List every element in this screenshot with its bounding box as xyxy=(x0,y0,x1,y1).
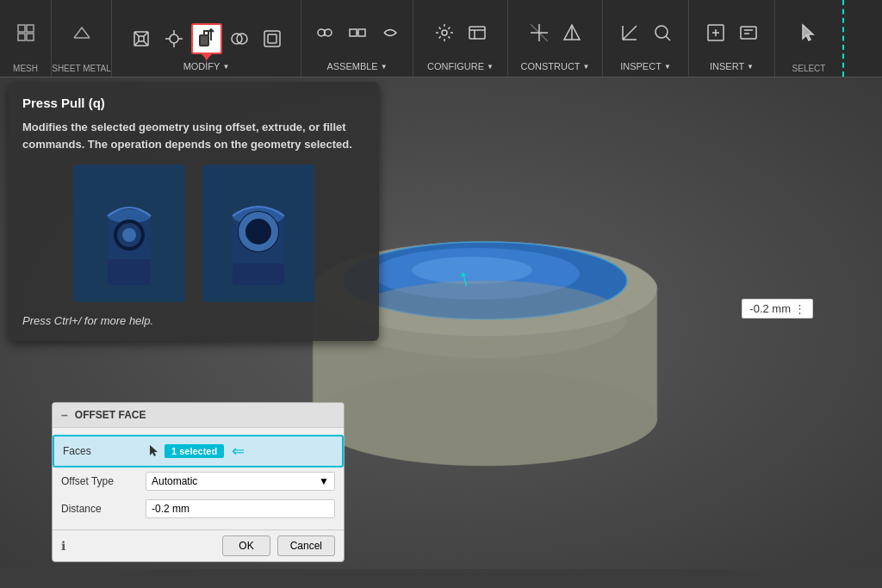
distance-field xyxy=(146,499,335,518)
construct-dropdown-arrow: ▼ xyxy=(583,63,590,71)
tooltip-panel: Press Pull (q) Modifies the selected geo… xyxy=(9,82,379,341)
toolbar-section-select: SELECT xyxy=(775,0,844,77)
tooltip-help: Press Ctrl+/ for more help. xyxy=(22,314,365,327)
svg-line-41 xyxy=(666,36,670,40)
select-icon[interactable] xyxy=(793,17,824,48)
svg-rect-1 xyxy=(27,25,34,32)
svg-point-22 xyxy=(318,29,325,36)
svg-rect-20 xyxy=(264,31,280,46)
insert-icon1[interactable] xyxy=(700,17,731,48)
svg-rect-21 xyxy=(268,34,276,43)
cancel-button[interactable]: Cancel xyxy=(277,535,335,556)
insert-dropdown-arrow: ▼ xyxy=(747,63,754,71)
construct-icon1[interactable] xyxy=(524,17,555,48)
svg-line-37 xyxy=(623,26,637,40)
main-toolbar: MESH SHEET METAL xyxy=(0,0,882,77)
assemble-dropdown[interactable]: ASSEMBLE ▼ xyxy=(320,58,394,75)
faces-field: 1 selected ⇐ xyxy=(147,441,333,461)
svg-rect-63 xyxy=(108,259,151,285)
modify-combine-icon[interactable] xyxy=(224,23,255,54)
svg-rect-29 xyxy=(469,27,485,39)
modify-dropdown[interactable]: MODIFY ▼ xyxy=(177,58,237,75)
tooltip-images xyxy=(22,164,365,302)
toolbar-section-mesh: MESH xyxy=(0,0,52,77)
svg-rect-45 xyxy=(741,27,756,39)
configure-dropdown[interactable]: CONFIGURE ▼ xyxy=(420,58,500,75)
inspect-icon2[interactable] xyxy=(647,17,678,48)
faces-arrow-icon[interactable]: ⇐ xyxy=(227,441,248,461)
svg-point-53 xyxy=(412,257,532,284)
distance-row: Distance xyxy=(53,495,344,523)
faces-selected-badge[interactable]: 1 selected xyxy=(165,444,224,458)
construct-icon2[interactable] xyxy=(556,17,587,48)
measurement-label[interactable]: -0.2 mm ⋮ xyxy=(742,299,813,319)
assemble-motion-icon[interactable] xyxy=(375,17,406,48)
offset-panel-header: – OFFSET FACE xyxy=(53,403,344,428)
insert-dropdown[interactable]: INSERT ▼ xyxy=(703,58,761,75)
modify-shell-icon[interactable] xyxy=(257,23,288,54)
assemble-joint2-icon[interactable] xyxy=(342,17,373,48)
collapse-icon[interactable]: – xyxy=(61,408,68,422)
toolbar-section-inspect: INSPECT ▼ xyxy=(603,0,689,77)
offset-type-field: Automatic ▼ xyxy=(146,472,335,491)
tooltip-title: Press Pull (q) xyxy=(22,96,365,110)
svg-point-62 xyxy=(122,228,136,242)
inspect-dropdown-arrow: ▼ xyxy=(664,63,671,71)
press-pull-icon[interactable]: ↑ xyxy=(191,23,222,54)
tooltip-description: Modifies the selected geometry using off… xyxy=(22,119,365,152)
modify-box-icon[interactable] xyxy=(126,23,157,54)
offset-type-value: Automatic xyxy=(152,475,197,487)
offset-type-label: Offset Type xyxy=(61,475,139,487)
svg-rect-3 xyxy=(27,34,34,40)
modify-dropdown-arrow: ▼ xyxy=(222,63,229,71)
faces-row: Faces 1 selected ⇐ xyxy=(53,435,344,467)
ok-button[interactable]: OK xyxy=(222,535,270,556)
svg-rect-2 xyxy=(18,34,25,40)
inspect-icon1[interactable] xyxy=(614,17,645,48)
distance-input[interactable] xyxy=(146,499,335,518)
distance-label: Distance xyxy=(61,503,139,515)
select-label: SELECT xyxy=(792,64,826,73)
offset-panel-footer: ℹ OK Cancel xyxy=(53,529,344,561)
construct-dropdown[interactable]: CONSTRUCT ▼ xyxy=(514,58,597,75)
mesh-label: MESH xyxy=(13,64,38,73)
info-icon[interactable]: ℹ xyxy=(61,539,65,553)
offset-type-arrow: ▼ xyxy=(319,475,329,487)
toolbar-section-modify: ↑ MODIFY ▼ xyxy=(112,0,301,77)
inspect-dropdown[interactable]: INSPECT ▼ xyxy=(613,58,678,75)
sheetmetal-icon[interactable] xyxy=(66,17,97,48)
measurement-options[interactable]: ⋮ xyxy=(794,302,805,315)
configure-dropdown-arrow: ▼ xyxy=(487,63,494,71)
svg-point-11 xyxy=(170,34,178,43)
offset-type-row: Offset Type Automatic ▼ xyxy=(53,467,344,495)
toolbar-section-construct: CONSTRUCT ▼ xyxy=(508,0,603,77)
configure-icon1[interactable] xyxy=(429,17,460,48)
insert-icon2[interactable] xyxy=(733,17,764,48)
cursor-icon xyxy=(147,444,161,458)
svg-rect-10 xyxy=(139,36,144,41)
svg-point-40 xyxy=(655,26,668,38)
svg-point-28 xyxy=(442,30,447,35)
sheetmetal-label: SHEET METAL xyxy=(52,64,111,73)
modify-star-icon[interactable] xyxy=(158,23,189,54)
measurement-value: -0.2 mm xyxy=(749,302,791,315)
toolbar-section-insert: INSERT ▼ xyxy=(689,0,775,77)
offset-type-select[interactable]: Automatic ▼ xyxy=(146,472,335,491)
svg-rect-25 xyxy=(350,29,357,36)
offset-face-panel: – OFFSET FACE Faces 1 selected ⇐ Offset … xyxy=(52,402,345,562)
mesh-icon[interactable] xyxy=(10,17,41,48)
svg-point-23 xyxy=(325,29,332,36)
svg-point-54 xyxy=(343,281,627,358)
tooltip-image-before xyxy=(73,164,185,302)
assemble-joint-icon[interactable] xyxy=(309,17,340,48)
faces-label: Faces xyxy=(63,445,140,457)
svg-rect-16 xyxy=(200,35,208,46)
tooltip-image-after xyxy=(202,164,314,302)
assemble-dropdown-arrow: ▼ xyxy=(381,63,388,71)
configure-icon2[interactable] xyxy=(462,17,493,48)
toolbar-section-configure: CONFIGURE ▼ xyxy=(413,0,508,77)
svg-rect-26 xyxy=(358,29,365,36)
toolbar-section-assemble: ASSEMBLE ▼ xyxy=(301,0,413,77)
svg-point-55 xyxy=(313,371,657,466)
offset-panel-body: Faces 1 selected ⇐ Offset Type Automatic… xyxy=(53,428,344,529)
